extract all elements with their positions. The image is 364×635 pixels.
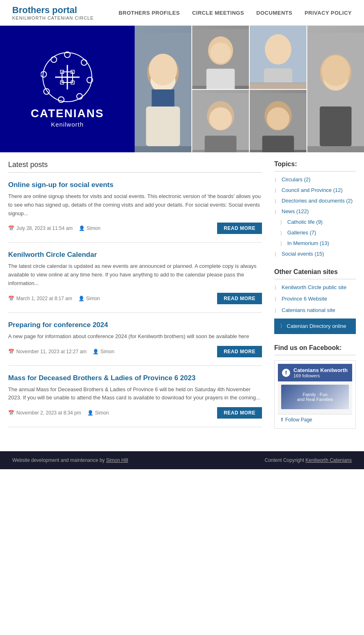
svg-point-8 bbox=[51, 57, 57, 62]
catenian-directory-btn[interactable]: 〉 Catenian Directory online bbox=[274, 319, 356, 334]
facebook-title: Find us on Facebook: bbox=[274, 344, 356, 355]
chevron-icon-9: 〉 bbox=[274, 285, 279, 292]
calendar-icon: 📅 bbox=[8, 225, 14, 231]
post-link-3[interactable]: Preparing for conference 2024 bbox=[8, 321, 108, 329]
other-site-kenilworth: 〉 Kenilworth Circle public site bbox=[274, 284, 356, 292]
posts-section-title: Latest posts bbox=[8, 160, 262, 173]
footer-copyright-link[interactable]: Kenilworth Catenians bbox=[306, 457, 352, 463]
topic-circulars-link[interactable]: Circulars (2) bbox=[282, 176, 311, 183]
hero-banner: CATENIANS Kenilworth bbox=[0, 26, 364, 152]
other-site-national: 〉 Catenians national site bbox=[274, 307, 356, 314]
calendar-icon-4: 📅 bbox=[8, 410, 14, 416]
post-title-2: Kenilworth Circle Calendar bbox=[8, 251, 262, 259]
fb-widget-header: f Catenians Kenilworth 169 followers bbox=[278, 364, 352, 381]
other-site-province6: 〉 Province 6 Website bbox=[274, 296, 356, 303]
read-more-btn-3[interactable]: READ MORE bbox=[217, 346, 262, 357]
hero-photo-4 bbox=[307, 26, 364, 152]
hero-photo-1 bbox=[135, 26, 191, 152]
topic-in-memorium: 〉 In Memorium (13) bbox=[274, 240, 356, 247]
nav-circle-meetings[interactable]: CIRCLE MEETINGS bbox=[192, 10, 244, 16]
province6-link[interactable]: Province 6 Website bbox=[282, 296, 327, 302]
topic-circulars: 〉 Circulars (2) bbox=[274, 176, 356, 184]
footer-dev-link[interactable]: Simon Hill bbox=[106, 457, 128, 463]
post-link-4[interactable]: Mass for Deceased Brothers & Ladies of P… bbox=[8, 374, 195, 382]
hero-photo-grid bbox=[135, 26, 364, 152]
national-link[interactable]: Catenians national site bbox=[282, 307, 335, 313]
nav-brothers-profiles[interactable]: BROTHERS PROFILES bbox=[119, 10, 180, 16]
topic-galleries-link[interactable]: Galleries (7) bbox=[287, 229, 316, 236]
nav-privacy-policy[interactable]: PRIVACY POLICY bbox=[304, 10, 352, 16]
kenilworth-public-link[interactable]: Kenilworth Circle public site bbox=[282, 284, 346, 290]
svg-point-27 bbox=[265, 34, 291, 65]
main-nav: BROTHERS PROFILES CIRCLE MEETINGS DOCUME… bbox=[119, 10, 352, 16]
svg-point-39 bbox=[209, 107, 232, 130]
topics-section: Topics: 〉 Circulars (2) 〉 Council and Pr… bbox=[274, 160, 356, 258]
footer-right: Content Copyright Kenilworth Catenians bbox=[265, 457, 352, 463]
author-icon: 👤 bbox=[79, 225, 85, 231]
svg-point-20 bbox=[149, 53, 178, 85]
read-more-btn-1[interactable]: READ MORE bbox=[217, 223, 262, 234]
nav-documents[interactable]: DOCUMENTS bbox=[256, 10, 292, 16]
svg-rect-19 bbox=[146, 107, 180, 146]
calendar-icon-3: 📅 bbox=[8, 349, 14, 354]
hero-title: CATENIANS bbox=[31, 107, 104, 120]
post-meta-4: 📅 November 2, 2023 at 8:34 pm 👤 Simon RE… bbox=[8, 407, 262, 419]
fb-widget-body: Family · Funand Real Families bbox=[278, 381, 352, 414]
post-author-4: 👤 Simon bbox=[87, 410, 109, 416]
chevron-icon: 〉 bbox=[274, 177, 279, 184]
post-excerpt-1: There are online signup sheets for visit… bbox=[8, 192, 262, 218]
sidebar: Topics: 〉 Circulars (2) 〉 Council and Pr… bbox=[274, 160, 356, 439]
fb-follow-link[interactable]: Follow Page bbox=[285, 417, 312, 423]
chevron-icon-7: 〉 bbox=[280, 241, 285, 247]
calendar-icon-2: 📅 bbox=[8, 296, 14, 301]
svg-rect-28 bbox=[264, 68, 293, 82]
catenians-logo bbox=[41, 51, 94, 104]
chevron-icon-2: 〉 bbox=[274, 187, 279, 194]
svg-rect-35 bbox=[320, 107, 352, 146]
topic-news-link[interactable]: News (122) bbox=[282, 208, 309, 214]
svg-point-5 bbox=[58, 97, 64, 102]
topic-council-link[interactable]: Council and Province (12) bbox=[282, 187, 343, 193]
post-date-1: 📅 July 28, 2023 at 11:54 am bbox=[8, 225, 73, 231]
svg-point-36 bbox=[322, 56, 350, 86]
hero-photo-6 bbox=[250, 90, 306, 152]
author-icon-4: 👤 bbox=[87, 410, 93, 416]
post-title-3: Preparing for conference 2024 bbox=[8, 321, 262, 329]
topic-in-memorium-link[interactable]: In Memorium (13) bbox=[287, 240, 329, 246]
read-more-btn-2[interactable]: READ MORE bbox=[217, 293, 262, 304]
post-title-4: Mass for Deceased Brothers & Ladies of P… bbox=[8, 374, 262, 382]
topic-galleries: 〉 Galleries (7) bbox=[274, 229, 356, 237]
post-link-2[interactable]: Kenilworth Circle Calendar bbox=[8, 251, 97, 258]
hero-photo-5 bbox=[192, 90, 249, 152]
post-meta-3: 📅 November 11, 2023 at 12:27 am 👤 Simon … bbox=[8, 346, 262, 357]
main-content: Latest posts Online sign-up for social e… bbox=[0, 152, 364, 451]
hero-photo-2 bbox=[192, 26, 249, 89]
topic-directories: 〉 Directories and documents (2) bbox=[274, 198, 356, 205]
chevron-icon-4: 〉 bbox=[274, 209, 279, 216]
read-more-btn-4[interactable]: READ MORE bbox=[217, 407, 262, 419]
post-author-3: 👤 Simon bbox=[93, 349, 114, 354]
topic-directories-link[interactable]: Directories and documents (2) bbox=[282, 198, 353, 204]
svg-rect-25 bbox=[206, 69, 235, 89]
topic-social-events-link[interactable]: Social events (15) bbox=[282, 251, 324, 257]
facebook-section: Find us on Facebook: f Catenians Kenilwo… bbox=[274, 344, 356, 429]
chevron-icon-11: 〉 bbox=[274, 307, 279, 314]
svg-rect-21 bbox=[152, 89, 175, 107]
post-date-4: 📅 November 2, 2023 at 8:34 pm bbox=[8, 410, 81, 416]
brand: Brothers portal KENILWORTH CATENIAN CIRC… bbox=[12, 5, 119, 20]
hero-subtitle: Kenilworth bbox=[51, 121, 84, 128]
topic-council: 〉 Council and Province (12) bbox=[274, 187, 356, 194]
chevron-icon-10: 〉 bbox=[274, 296, 279, 303]
post-date-2: 📅 March 1, 2022 at 8:17 am bbox=[8, 296, 72, 301]
topic-catholic-life-link[interactable]: Catholic life (9) bbox=[287, 219, 323, 225]
svg-point-2 bbox=[81, 60, 87, 65]
post-title-1: Online sign-up for social events bbox=[8, 181, 262, 189]
other-sites-section: Other Catenian sites 〉 Kenilworth Circle… bbox=[274, 268, 356, 334]
post-card-3: Preparing for conference 2024 A new page… bbox=[8, 321, 262, 366]
site-title: Brothers portal bbox=[12, 5, 119, 16]
post-excerpt-4: The annual Mass for Deceased Brothers & … bbox=[8, 385, 262, 403]
post-card-1: Online sign-up for social events There a… bbox=[8, 181, 262, 243]
post-excerpt-3: A new page for information about confere… bbox=[8, 332, 262, 341]
chevron-icon-5: 〉 bbox=[280, 219, 285, 226]
post-link-1[interactable]: Online sign-up for social events bbox=[8, 181, 113, 189]
